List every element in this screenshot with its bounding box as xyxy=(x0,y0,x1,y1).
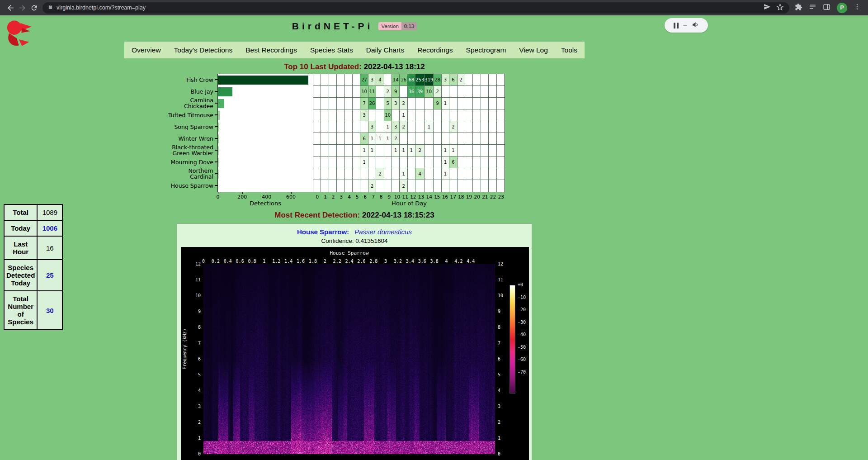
forward-button[interactable] xyxy=(16,2,28,14)
heatmap-cell xyxy=(473,145,481,156)
heatmap-cell: 4 xyxy=(415,168,425,180)
lock-icon xyxy=(48,4,53,12)
heatmap-cell: 2 xyxy=(458,74,465,86)
heatmap-cell xyxy=(481,168,489,180)
spec-xtick: 2.6 xyxy=(357,259,365,264)
heatmap-cell: 28 xyxy=(434,74,441,86)
heatmap-cell xyxy=(337,180,344,192)
heatmap-cell: 2 xyxy=(376,168,384,180)
bookmark-star-icon[interactable] xyxy=(776,3,784,13)
spec-xtick: 2 xyxy=(324,259,326,264)
bar-axis-tick: 400 xyxy=(262,194,271,200)
heatmap-cell: 39 xyxy=(415,86,425,98)
heatmap-cell: 1 xyxy=(360,156,368,168)
back-arrow-icon xyxy=(6,4,15,12)
nav-item-view-log[interactable]: View Log xyxy=(519,46,547,54)
heatmap-cell xyxy=(489,74,496,86)
nav-item-daily-charts[interactable]: Daily Charts xyxy=(366,46,404,54)
reading-list-icon[interactable] xyxy=(809,3,816,13)
send-icon[interactable] xyxy=(764,3,771,12)
heatmap-cell xyxy=(481,86,489,98)
heatmap-cell xyxy=(400,86,407,98)
nav-item-tools[interactable]: Tools xyxy=(561,46,577,54)
heatmap-cell xyxy=(321,74,329,86)
bar-row xyxy=(218,121,313,133)
heatmap-cell xyxy=(321,121,329,133)
heatmap-cell: 7 xyxy=(360,98,368,109)
nav-item-today-s-detections[interactable]: Today's Detections xyxy=(174,46,233,54)
heatmap-cell xyxy=(313,121,321,133)
nav-item-spectrogram[interactable]: Spectrogram xyxy=(466,46,506,54)
heatmap-cell xyxy=(458,156,465,168)
heatmap-cell: 6 xyxy=(360,133,368,145)
heatmap-cell: 1 xyxy=(368,133,376,145)
heatmap-cell xyxy=(465,86,473,98)
reload-button[interactable] xyxy=(28,2,40,14)
bar-axis-label: Detections xyxy=(217,200,313,207)
side-panel-icon[interactable] xyxy=(823,3,830,13)
spectrogram-ylabel: Frequency (kHz) xyxy=(182,320,187,379)
nav-item-best-recordings[interactable]: Best Recordings xyxy=(245,46,297,54)
heatmap-cell xyxy=(337,121,344,133)
spec-ytick-right: 12 xyxy=(498,261,503,266)
heatmap-cell xyxy=(368,168,376,180)
extensions-icon[interactable] xyxy=(795,3,802,13)
audio-player[interactable] xyxy=(665,18,708,33)
nav-item-overview[interactable]: Overview xyxy=(132,46,161,54)
heatmap-cell: 10 xyxy=(360,86,368,98)
heatmap-cell xyxy=(497,180,505,192)
stats-value[interactable]: 25 xyxy=(37,260,62,291)
pause-button[interactable] xyxy=(674,23,679,28)
heatmap-cell: 1 xyxy=(442,156,449,168)
heatmap-cell xyxy=(337,156,344,168)
forward-arrow-icon xyxy=(18,4,27,12)
spec-xtick: 1.6 xyxy=(297,259,305,264)
spec-xtick: 3.2 xyxy=(394,259,402,264)
heatmap-cell xyxy=(415,109,425,121)
menu-kebab-icon[interactable] xyxy=(854,3,861,12)
heatmap-cell xyxy=(489,180,496,192)
heatmap-cell xyxy=(376,156,384,168)
address-bar[interactable]: virginia.birdnetpi.com/?stream=play xyxy=(42,2,789,14)
chart-species-labels: Fish CrowBlue JayCarolina ChickadeeTufte… xyxy=(165,74,217,192)
seek-bar[interactable] xyxy=(683,25,687,26)
volume-icon[interactable] xyxy=(692,21,699,30)
heatmap-cell xyxy=(408,180,415,192)
heatmap-cell xyxy=(473,109,481,121)
heatmap-cell xyxy=(465,74,473,86)
spec-ytick-left: 7 xyxy=(187,341,201,346)
detection-confidence: Confidence: 0.41351604 xyxy=(181,237,528,244)
detections-bar xyxy=(218,99,224,108)
stats-value[interactable]: 30 xyxy=(37,291,62,330)
bar-row xyxy=(218,98,313,109)
back-button[interactable] xyxy=(5,2,16,14)
heatmap-cell xyxy=(465,109,473,121)
nav-item-recordings[interactable]: Recordings xyxy=(417,46,453,54)
page-title: BirdNET-Pi xyxy=(292,21,373,32)
spec-xtick: 1.8 xyxy=(309,259,317,264)
heatmap-cell xyxy=(434,121,441,133)
colorbar-tick: +0 xyxy=(518,282,523,287)
profile-avatar[interactable]: P xyxy=(837,3,847,13)
spectrogram: House Sparrow 00.20.40.60.811.21.41.61.8… xyxy=(181,247,529,460)
detection-species-link[interactable]: House Sparrow: xyxy=(297,228,349,236)
spec-ytick-right: 8 xyxy=(498,325,500,330)
top10-chart: Fish CrowBlue JayCarolina ChickadeeTufte… xyxy=(165,74,505,207)
spec-xtick: 2.4 xyxy=(345,259,353,264)
spec-ytick-right: 9 xyxy=(498,309,500,314)
hour-axis-tick: 13 xyxy=(417,194,425,199)
heatmap-cell xyxy=(329,145,337,156)
nav-item-species-stats[interactable]: Species Stats xyxy=(310,46,353,54)
spec-xtick: 3.4 xyxy=(406,259,414,264)
heatmap-cell xyxy=(465,145,473,156)
heatmap-cell xyxy=(329,109,337,121)
heatmap-cell xyxy=(353,156,360,168)
heatmap-cell: 2 xyxy=(400,180,407,192)
heatmap-cell xyxy=(497,98,505,109)
stats-value[interactable]: 1006 xyxy=(37,220,62,236)
spec-xtick: 1 xyxy=(263,259,265,264)
heatmap-cell xyxy=(473,86,481,98)
heatmap-cell: 2 xyxy=(400,121,407,133)
heatmap-cell xyxy=(384,168,392,180)
hour-axis-tick: 20 xyxy=(473,194,481,199)
